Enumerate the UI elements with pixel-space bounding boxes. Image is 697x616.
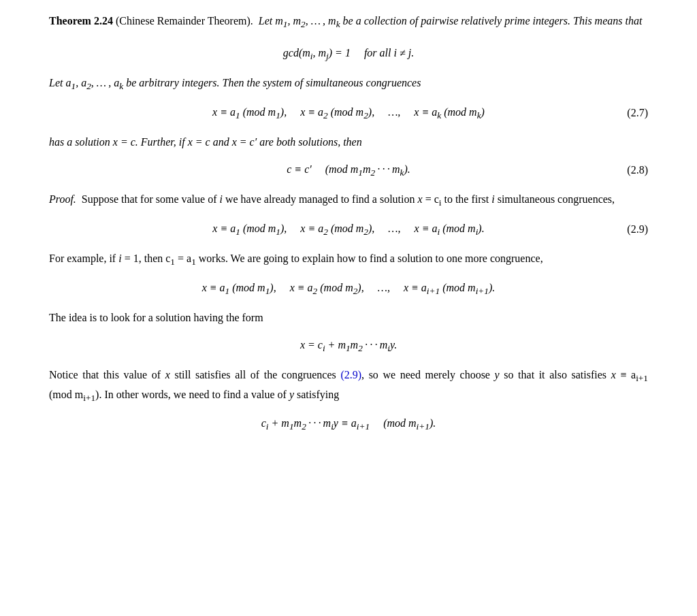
- the-idea-paragraph: The idea is to look for a solution havin…: [49, 309, 648, 327]
- theorem-name: (Chinese Remainder Theorem).: [116, 15, 253, 27]
- congruences-extra: x ≡ a1 (mod m1), x ≡ a2 (mod m2), …, x ≡…: [49, 279, 648, 299]
- let-a-paragraph: Let a1, a2, … , ak be arbitrary integers…: [49, 74, 648, 94]
- proof-word: Proof.: [49, 193, 76, 205]
- congruence-28: c ≡ c′ (mod m1m2 · · · mk). (2.8): [49, 161, 648, 180]
- gcd-math: gcd(mi, mj) = 1 for all i ≠ j.: [283, 44, 414, 64]
- congruences-29: x ≡ a1 (mod m1), x ≡ a2 (mod m2), …, x ≡…: [49, 220, 648, 240]
- theorem-intro: Let m1, m2, … , mk be a col­lection of p…: [256, 15, 643, 27]
- eq-number-27: (2.7): [627, 104, 648, 122]
- final-equation: ci + m1m2 · · · miy ≡ ai+1 (mod mi+1).: [49, 415, 648, 434]
- eq-number-28: (2.8): [627, 161, 648, 179]
- ref-29: (2.9): [340, 369, 361, 380]
- gcd-equation: gcd(mi, mj) = 1 for all i ≠ j.: [49, 44, 648, 64]
- congruences-27: x ≡ a1 (mod m1), x ≡ a2 (mod m2), …, x ≡…: [49, 103, 648, 123]
- form-equation: x = ci + m1m2 · · · miy.: [49, 336, 648, 356]
- theorem-title: Theorem 2.24: [49, 15, 113, 27]
- has-solution-paragraph: has a solution x = c. Further, if x = c …: [49, 133, 648, 151]
- notice-paragraph: Notice that this value of x still satisf…: [49, 366, 648, 405]
- congruences-29-math: x ≡ a1 (mod m1), x ≡ a2 (mod m2), …, x ≡…: [212, 220, 484, 240]
- proof-paragraph-1: Proof. Suppose that for some value of i …: [49, 191, 648, 210]
- theorem-header-paragraph: Theorem 2.24 (Chinese Remainder Theorem)…: [49, 12, 648, 32]
- eq-number-29: (2.9): [627, 221, 648, 238]
- final-equation-math: ci + m1m2 · · · miy ≡ ai+1 (mod mi+1).: [261, 415, 436, 434]
- congruences-27-math: x ≡ a1 (mod m1), x ≡ a2 (mod m2), …, x ≡…: [212, 103, 485, 123]
- page-container: Theorem 2.24 (Chinese Remainder Theorem)…: [0, 0, 697, 461]
- theorem-block: Theorem 2.24 (Chinese Remainder Theorem)…: [49, 12, 648, 32]
- form-equation-math: x = ci + m1m2 · · · miy.: [300, 336, 397, 356]
- for-example-paragraph: For example, if i = 1, then c1 = a1 work…: [49, 250, 648, 270]
- congruence-28-math: c ≡ c′ (mod m1m2 · · · mk).: [287, 161, 410, 180]
- congruences-extra-math: x ≡ a1 (mod m1), x ≡ a2 (mod m2), …, x ≡…: [202, 279, 496, 299]
